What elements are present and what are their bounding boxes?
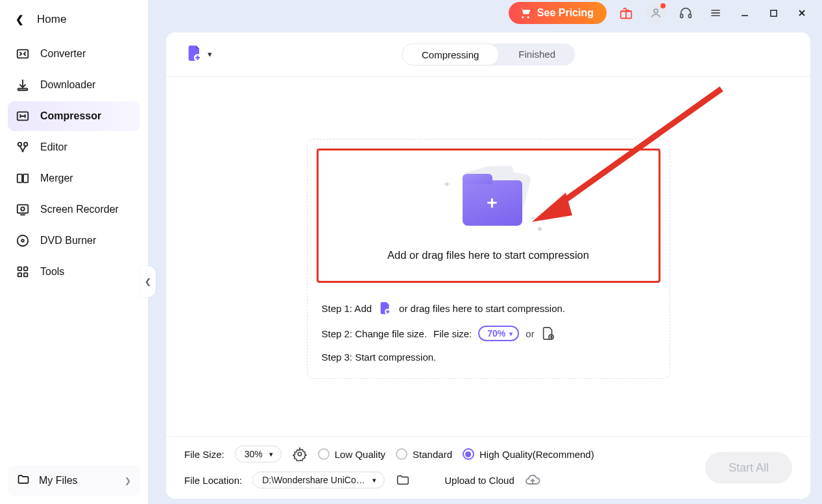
tabs: Compressing Finished bbox=[402, 43, 575, 66]
main-area: ✦ ✦ + Add or drag files here to start co… bbox=[166, 77, 810, 436]
tools-icon bbox=[16, 265, 30, 279]
quality-high-label: High Quality(Recommend) bbox=[479, 449, 594, 460]
chevron-right-icon: ❯ bbox=[125, 476, 131, 485]
open-folder-button[interactable] bbox=[395, 472, 411, 488]
screen-recorder-icon bbox=[16, 202, 30, 217]
converter-icon bbox=[16, 47, 30, 61]
support-icon[interactable] bbox=[675, 3, 696, 23]
svg-point-4 bbox=[24, 143, 28, 147]
see-pricing-label: See Pricing bbox=[537, 7, 594, 19]
step-1: Step 1: Add or drag files here to start … bbox=[322, 301, 655, 315]
svg-rect-14 bbox=[24, 273, 28, 277]
upload-cloud-button[interactable] bbox=[525, 472, 540, 488]
compress-settings-icon[interactable] bbox=[541, 326, 555, 341]
my-files-label: My Files bbox=[39, 475, 78, 486]
step-2-a: Step 2: Change file size. bbox=[322, 328, 428, 339]
sidebar-item-tools[interactable]: Tools bbox=[8, 257, 140, 287]
quality-standard-radio[interactable]: Standard bbox=[396, 448, 452, 460]
tab-compressing[interactable]: Compressing bbox=[402, 43, 499, 66]
quality-high-radio[interactable]: High Quality(Recommend) bbox=[463, 448, 594, 460]
content-header: ▾ Compressing Finished bbox=[166, 32, 810, 77]
sidebar-item-label: Merger bbox=[40, 173, 73, 184]
cart-icon bbox=[519, 6, 532, 19]
see-pricing-button[interactable]: See Pricing bbox=[509, 2, 607, 24]
svg-point-10 bbox=[21, 239, 24, 242]
folder-icon bbox=[17, 473, 30, 488]
my-files-button[interactable]: My Files ❯ bbox=[8, 465, 140, 496]
add-folder-icon: ✦ ✦ + bbox=[437, 166, 540, 234]
quality-low-radio[interactable]: Low Quality bbox=[318, 448, 385, 460]
sidebar-item-editor[interactable]: Editor bbox=[8, 132, 140, 162]
step-3: Step 3: Start compression. bbox=[322, 352, 655, 363]
step-3-text: Step 3: Start compression. bbox=[322, 352, 437, 363]
titlebar: See Pricing bbox=[148, 0, 822, 26]
svg-rect-13 bbox=[18, 273, 22, 277]
drop-zone[interactable]: ✦ ✦ + Add or drag files here to start co… bbox=[317, 149, 660, 283]
tab-finished[interactable]: Finished bbox=[499, 43, 575, 66]
user-avatar-icon[interactable] bbox=[646, 3, 666, 23]
chevron-left-icon: ❮ bbox=[16, 14, 24, 25]
add-file-dropdown[interactable]: ▾ bbox=[186, 44, 212, 65]
bottom-bar: File Size: 30% ▾ Low Quality Standard Hi… bbox=[166, 436, 810, 499]
svg-point-9 bbox=[18, 235, 29, 246]
gift-icon[interactable] bbox=[616, 3, 636, 23]
start-all-button[interactable]: Start All bbox=[705, 452, 792, 484]
radio-icon bbox=[396, 448, 407, 460]
sidebar-collapse-button[interactable]: ❮ bbox=[140, 266, 156, 297]
sidebar-item-merger[interactable]: Merger bbox=[8, 163, 140, 193]
upload-cloud-label: Upload to Cloud bbox=[444, 475, 514, 486]
svg-rect-1 bbox=[18, 89, 28, 91]
step-2-or: or bbox=[526, 328, 534, 339]
sidebar-item-dvd-burner[interactable]: DVD Burner bbox=[8, 226, 140, 256]
drop-text: Add or drag files here to start compress… bbox=[387, 249, 589, 261]
file-size-row: File Size: 30% ▾ Low Quality Standard Hi… bbox=[184, 446, 792, 462]
sidebar-item-converter[interactable]: Converter bbox=[8, 39, 140, 69]
svg-rect-11 bbox=[18, 267, 22, 271]
sidebar-item-label: Screen Recorder bbox=[40, 204, 119, 215]
sidebar: ❮ Home Converter Downloader Compressor bbox=[0, 0, 148, 504]
dvd-icon bbox=[16, 234, 30, 248]
sidebar-item-label: Tools bbox=[40, 266, 64, 278]
window-maximize-button[interactable] bbox=[764, 3, 783, 23]
download-icon bbox=[16, 78, 30, 92]
svg-rect-12 bbox=[24, 267, 28, 271]
file-location-row: File Location: D:\Wondershare UniConvert… bbox=[184, 472, 792, 488]
sidebar-item-label: Downloader bbox=[40, 79, 95, 91]
sidebar-item-compressor[interactable]: Compressor bbox=[8, 101, 140, 131]
sidebar-item-label: Editor bbox=[40, 141, 67, 153]
home-label: Home bbox=[37, 13, 66, 26]
radio-icon bbox=[318, 448, 330, 460]
step-2-b: File size: bbox=[433, 328, 472, 339]
compressor-icon bbox=[16, 109, 30, 123]
sidebar-item-screen-recorder[interactable]: Screen Recorder bbox=[8, 195, 140, 224]
advanced-settings-button[interactable] bbox=[292, 446, 308, 462]
svg-rect-19 bbox=[770, 10, 776, 16]
step-1-post: or drag files here to start compression. bbox=[399, 303, 565, 314]
home-button[interactable]: ❮ Home bbox=[0, 0, 148, 39]
editor-icon bbox=[16, 140, 30, 154]
file-size-label: File Size: bbox=[184, 449, 224, 460]
file-size-select[interactable]: 30% ▾ bbox=[235, 446, 282, 462]
quality-standard-label: Standard bbox=[413, 449, 452, 460]
svg-point-25 bbox=[298, 452, 302, 456]
file-size-select-step[interactable]: 70% ▾ bbox=[478, 326, 519, 341]
merger-icon bbox=[16, 171, 30, 186]
svg-rect-0 bbox=[18, 50, 29, 58]
step-2: Step 2: Change file size. File size: 70%… bbox=[322, 326, 655, 341]
drop-card: ✦ ✦ + Add or drag files here to start co… bbox=[307, 139, 670, 379]
quality-low-label: Low Quality bbox=[335, 449, 385, 460]
window-minimize-button[interactable] bbox=[735, 3, 755, 23]
svg-rect-18 bbox=[689, 14, 692, 18]
add-file-icon bbox=[186, 44, 204, 65]
hamburger-menu-icon[interactable] bbox=[705, 3, 726, 23]
window-close-button[interactable] bbox=[792, 3, 812, 23]
radio-icon bbox=[463, 448, 474, 460]
svg-point-3 bbox=[18, 143, 22, 147]
sidebar-item-downloader[interactable]: Downloader bbox=[8, 70, 140, 100]
chevron-down-icon: ▾ bbox=[208, 49, 212, 59]
file-location-select[interactable]: D:\Wondershare UniConverter 1 ▾ bbox=[252, 472, 385, 488]
sidebar-item-label: DVD Burner bbox=[40, 235, 96, 246]
file-size-value: 30% bbox=[245, 449, 263, 459]
sidebar-nav: Converter Downloader Compressor Editor M… bbox=[0, 39, 148, 287]
svg-point-16 bbox=[654, 9, 658, 13]
